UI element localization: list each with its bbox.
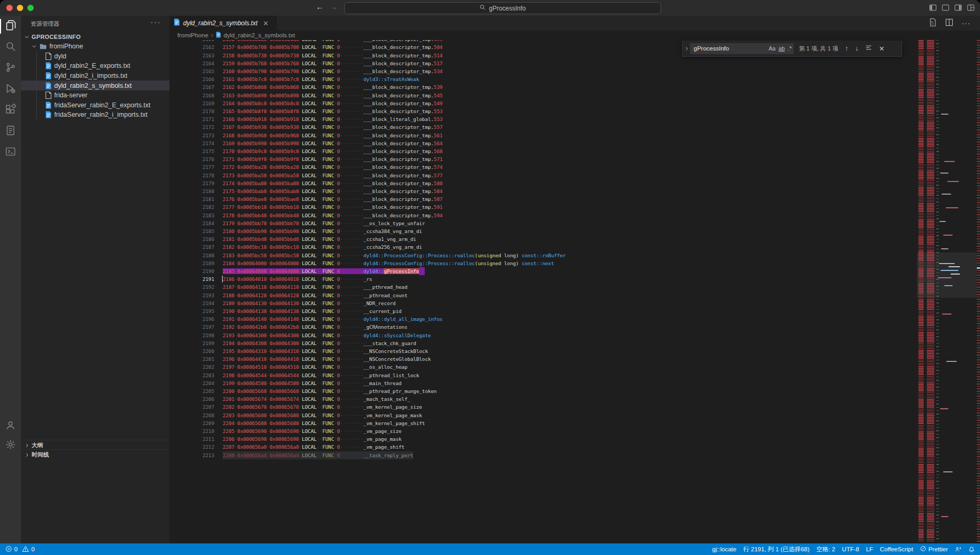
code-line[interactable]: 22042199·0x00064580·0x00064580·LOCAL··FU… (169, 379, 917, 387)
line-content[interactable]: 2179·0x0005bb78·0x0005bb78·LOCAL··FUNC·0… (223, 219, 425, 227)
line-number[interactable]: 2162 (169, 43, 214, 51)
line-number[interactable]: 2202 (169, 363, 214, 371)
code-line[interactable]: 21692164·0x0005b8c8·0x0005b8c8·LOCAL··FU… (169, 99, 917, 107)
status-item-utf-8[interactable]: UTF-8 (842, 546, 859, 552)
line-number[interactable]: 2198 (169, 331, 214, 339)
activitybar-extensions[interactable] (0, 100, 21, 121)
line-number[interactable]: 2185 (169, 227, 214, 235)
line-number[interactable]: 2187 (169, 243, 214, 251)
tree-item-dyld_rabin2_i_imports.txt[interactable]: dyld_rabin2_i_imports.txt (21, 71, 169, 81)
activitybar-explorer[interactable] (0, 16, 21, 37)
line-number[interactable]: 2189 (169, 259, 214, 267)
status-item-lf[interactable]: LF (866, 546, 873, 552)
line-content[interactable]: 2197·0x00064510·0x00064510·LOCAL··FUNC·0… (223, 363, 407, 371)
line-content[interactable]: 2201·0x00065674·0x00065674·LOCAL··FUNC·0… (223, 395, 411, 403)
line-content[interactable]: 2193·0x00064300·0x00064300·LOCAL··FUNC·0… (223, 331, 431, 339)
line-number[interactable]: 2174 (169, 139, 214, 147)
code-line[interactable]: 21792174·0x0005ba88·0x0005ba88·LOCAL··FU… (169, 179, 917, 187)
code-line[interactable]: 21682163·0x0005b898·0x0005b898·LOCAL··FU… (169, 92, 917, 99)
breadcrumb-file[interactable]: dyld_rabin2_s_symbols.txt (224, 32, 295, 38)
line-number[interactable]: 2181 (169, 195, 214, 203)
line-content[interactable]: 2189·0x00064130·0x00064130·LOCAL··FUNC·0… (223, 299, 396, 307)
line-content[interactable]: 2157·0x0005b708·0x0005b708·LOCAL··FUNC·0… (223, 43, 443, 51)
previous-match-icon[interactable]: ↑ (845, 45, 848, 52)
toggle-secondary-sidebar-icon[interactable] (954, 4, 962, 12)
line-content[interactable]: 2169·0x0005b998·0x0005b998·LOCAL··FUNC·0… (223, 139, 443, 147)
line-content[interactable]: 2186·0x00064010·0x00064010·LOCAL··FUNC·0… (223, 275, 372, 283)
close-window-button[interactable] (6, 5, 13, 11)
feedback-icon[interactable] (955, 546, 962, 553)
code-line[interactable]: 21962191·0x00064140·0x00064140·LOCAL··FU… (169, 315, 917, 323)
line-content[interactable]: 2163·0x0005b898·0x0005b898·LOCAL··FUNC·0… (223, 92, 443, 99)
code-line[interactable]: 21802175·0x0005bab8·0x0005bab8·LOCAL··FU… (169, 187, 917, 195)
status-item-gj-locate[interactable]: gj::locate (712, 546, 736, 552)
code-line[interactable]: 21862181·0x0005bbd8·0x0005bbd8·LOCAL··FU… (169, 235, 917, 243)
line-number[interactable]: 2177 (169, 163, 214, 171)
code-line[interactable]: 21812176·0x0005bae8·0x0005bae8·LOCAL··FU… (169, 195, 917, 203)
line-content[interactable]: 2161·0x0005b7c8·0x0005b7c8·LOCAL··FUNC·0… (223, 75, 419, 83)
line-number[interactable]: 2184 (169, 219, 214, 227)
line-content[interactable]: 2185·0x00064008·0x00064008·LOCAL··FUNC·0… (223, 267, 425, 275)
code-line[interactable]: 22132208·0x000656a4·0x000656a4·LOCAL··FU… (169, 451, 917, 459)
code-line[interactable]: 21642159·0x0005b768·0x0005b768·LOCAL··FU… (169, 59, 917, 67)
tree-item-fridaServer_rabin2_E_exports.txt[interactable]: fridaServer_rabin2_E_exports.txt (21, 100, 169, 110)
tab-dyld-rabin2-s-symbols[interactable]: dyld_rabin2_s_symbols.txt ✕ (169, 16, 277, 31)
line-content[interactable]: 2180·0x0005bb98·0x0005bb98·LOCAL··FUNC·0… (223, 227, 422, 235)
line-number[interactable]: 2193 (169, 291, 214, 299)
code-line[interactable]: 21832178·0x0005bb48·0x0005bb48·LOCAL··FU… (169, 211, 917, 219)
line-number[interactable]: 2164 (169, 59, 214, 67)
match-case-toggle[interactable]: Aa (768, 45, 775, 52)
code-line[interactable]: 21712166·0x0005b918·0x0005b918·LOCAL··FU… (169, 115, 917, 123)
minimap-slider[interactable] (917, 253, 977, 298)
line-number[interactable]: 2191 (169, 275, 214, 283)
line-number[interactable]: 2211 (169, 435, 214, 443)
line-number[interactable]: 2180 (169, 187, 214, 195)
line-content[interactable]: 2198·0x00064544·0x00064544·LOCAL··FUNC·0… (223, 371, 419, 379)
line-content[interactable]: 2208·0x000656a4·0x000656a4·LOCAL··FUNC·0… (223, 451, 413, 459)
line-content[interactable]: 2162·0x0005b868·0x0005b868·LOCAL··FUNC·0… (223, 83, 443, 91)
line-content[interactable]: 2203·0x00065680·0x00065680·LOCAL··FUNC·0… (223, 411, 422, 419)
next-match-icon[interactable]: ↓ (855, 45, 858, 52)
line-number[interactable]: 2167 (169, 83, 214, 91)
line-number[interactable]: 2188 (169, 251, 214, 259)
line-content[interactable]: 2158·0x0005b738·0x0005b738·LOCAL··FUNC·0… (223, 52, 443, 59)
code-line[interactable]: 21852180·0x0005bb98·0x0005bb98·LOCAL··FU… (169, 227, 917, 235)
line-content[interactable]: 2160·0x0005b798·0x0005b798·LOCAL··FUNC·0… (223, 67, 443, 75)
line-number[interactable]: 2178 (169, 171, 214, 179)
tree-item-dyld_rabin2_s_symbols.txt[interactable]: dyld_rabin2_s_symbols.txt (21, 80, 169, 90)
line-content[interactable]: 2167·0x0005b938·0x0005b938·LOCAL··FUNC·0… (223, 123, 443, 131)
code-line[interactable]: 21912186·0x00064010·0x00064010·LOCAL··FU… (169, 275, 917, 283)
activitybar-run-debug[interactable] (0, 79, 21, 100)
line-content[interactable]: 2204·0x00065688·0x00065688·LOCAL··FUNC·0… (223, 419, 425, 427)
line-content[interactable]: 2164·0x0005b8c8·0x0005b8c8·LOCAL··FUNC·0… (223, 99, 443, 107)
code-line[interactable]: 21822177·0x0005bb18·0x0005bb18·LOCAL··FU… (169, 203, 917, 211)
code-line[interactable]: 22062201·0x00065674·0x00065674·LOCAL··FU… (169, 395, 917, 403)
code-line[interactable]: 21772172·0x0005ba28·0x0005ba28·LOCAL··FU… (169, 163, 917, 171)
command-center-search[interactable]: gProcessInfo (344, 2, 661, 14)
line-number[interactable]: 2194 (169, 299, 214, 307)
line-number[interactable]: 2165 (169, 67, 214, 75)
code-line[interactable]: 21922187·0x00064118·0x00064118·LOCAL··FU… (169, 283, 917, 291)
code-line[interactable]: 22052200·0x00065668·0x00065668·LOCAL··FU… (169, 387, 917, 395)
line-content[interactable]: 2200·0x00065668·0x00065668·LOCAL··FUNC·0… (223, 387, 437, 395)
activitybar-accounts[interactable] (0, 416, 21, 437)
minimize-window-button[interactable] (17, 5, 23, 11)
minimap[interactable] (917, 40, 977, 542)
line-content[interactable]: 2178·0x0005bb48·0x0005bb48·LOCAL··FUNC·0… (223, 211, 443, 219)
whole-word-toggle[interactable]: ab (778, 45, 785, 52)
line-number[interactable]: 2209 (169, 419, 214, 427)
more-actions-icon[interactable]: ··· (962, 19, 971, 27)
line-content[interactable]: 2166·0x0005b918·0x0005b918·LOCAL··FUNC·0… (223, 115, 443, 123)
find-in-selection-icon[interactable] (865, 44, 872, 53)
line-number[interactable]: 2175 (169, 147, 214, 155)
code-line[interactable]: 21742169·0x0005b998·0x0005b998·LOCAL··FU… (169, 139, 917, 147)
line-content[interactable]: 2181·0x0005bbd8·0x0005bbd8·LOCAL··FUNC·0… (223, 235, 416, 243)
line-number[interactable]: 2205 (169, 387, 214, 395)
code-line[interactable]: 21932188·0x00064128·0x00064128·LOCAL··FU… (169, 291, 917, 299)
split-editor-icon[interactable] (945, 18, 953, 28)
line-content[interactable]: 2174·0x0005ba88·0x0005ba88·LOCAL··FUNC·0… (223, 179, 443, 187)
activitybar-terminal[interactable] (0, 142, 21, 163)
status-item-coffeescript[interactable]: CoffeeScript (880, 546, 913, 552)
code-line[interactable]: 22122207·0x000656a0·0x000656a0·LOCAL··FU… (169, 443, 917, 451)
open-changes-icon[interactable]: 0110 (929, 18, 937, 28)
